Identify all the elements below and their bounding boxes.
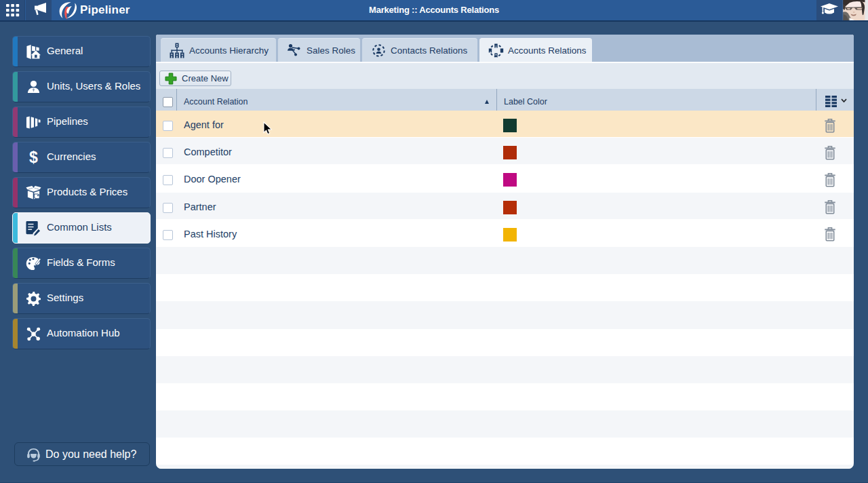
svg-text:$: $ xyxy=(29,150,38,166)
